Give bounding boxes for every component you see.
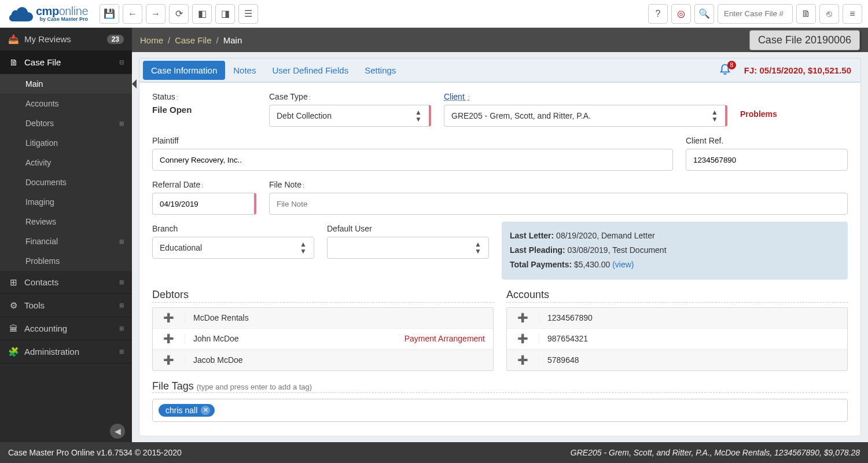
branch-label: Branch (152, 224, 314, 233)
table-row[interactable]: ➕ Jacob McDoe (153, 350, 493, 370)
add-icon[interactable]: ➕ (153, 313, 185, 323)
debtors-title: Debtors (152, 289, 494, 301)
file-tags-hint: (type and press enter to add a tag) (197, 383, 312, 391)
tab-user-defined-fields[interactable]: User Defined Fields (264, 61, 356, 80)
add-icon[interactable]: ➕ (507, 333, 539, 344)
crumb-main: Main (223, 35, 242, 45)
sidebar-sub-activity[interactable]: Activity (0, 153, 132, 172)
add-icon[interactable]: ➕ (507, 355, 539, 365)
panel-right-icon[interactable]: ◨ (215, 4, 235, 24)
filenote-label: File Note: (269, 180, 848, 189)
add-icon[interactable]: ➕ (153, 333, 185, 344)
file-icon: 🗎 (8, 57, 19, 67)
back-icon[interactable]: ← (123, 4, 142, 24)
view-payments-link[interactable]: (view) (612, 260, 634, 269)
inbox-icon: 📥 (8, 34, 19, 45)
tag-remove-icon[interactable]: ✕ (201, 406, 210, 415)
logout-icon[interactable]: ⎋ (819, 4, 839, 24)
sidebar-sub-litigation[interactable]: Litigation (0, 133, 132, 153)
sidebar-sub-main[interactable]: Main (0, 74, 132, 94)
document-icon[interactable]: 🗎 (796, 4, 816, 24)
sidebar-item-case-file[interactable]: 🗎 Case File ⊟ (0, 51, 132, 74)
tab-bar: Case Information Notes User Defined Fiel… (139, 58, 861, 82)
sidebar-collapse-button[interactable]: ◀ (110, 424, 125, 439)
sidebar-item-label: My Reviews (24, 34, 71, 44)
sidebar-sub-debtors[interactable]: Debtors⊞ (0, 113, 132, 133)
footer-version: Case Master Pro Online v1.6.7534 © 2015-… (8, 448, 182, 457)
footer-summary: GRE205 - Grem, Scott, and Ritter, P.A., … (571, 448, 860, 457)
logo-suffix: online (59, 5, 88, 17)
refresh-icon[interactable]: ⟳ (169, 4, 189, 24)
sidebar-item-administration[interactable]: 🧩 Administration ⊞ (0, 340, 132, 363)
sidebar-sub-imaging[interactable]: Imaging (0, 192, 132, 212)
forward-icon[interactable]: → (146, 4, 165, 24)
top-toolbar: cmponline by Case Master Pro 💾 ← → ⟳ ◧ ◨… (0, 0, 868, 28)
bank-icon: 🏛 (8, 324, 19, 333)
bell-icon[interactable]: 8 (715, 62, 735, 78)
table-row[interactable]: ➕ 5789648 (507, 350, 847, 370)
add-icon[interactable]: ➕ (507, 313, 539, 323)
add-icon[interactable]: ➕ (153, 355, 185, 365)
tab-notes[interactable]: Notes (225, 61, 264, 80)
debtors-table: ➕ McDoe Rentals ➕ John McDoe Payment Arr… (152, 307, 494, 371)
case-file-number-button[interactable]: Case File 20190006 (749, 30, 860, 50)
panel-left-icon[interactable]: ◧ (192, 4, 212, 24)
footer: Case Master Pro Online v1.6.7534 © 2015-… (0, 442, 868, 463)
casetype-select[interactable]: Debt Collection▲▼ (269, 105, 431, 127)
client-select[interactable]: GRE205 - Grem, Scott, and Ritter, P.A.▲▼ (444, 105, 727, 127)
sidebar-sub-financial[interactable]: Financial⊞ (0, 232, 132, 251)
expand-icon: ⊞ (119, 325, 124, 332)
save-icon[interactable]: 💾 (100, 4, 119, 24)
table-row[interactable]: ➕ John McDoe Payment Arrangement (153, 329, 493, 350)
accounts-title: Accounts (506, 289, 848, 301)
tag-chip[interactable]: chris nall ✕ (159, 404, 215, 417)
crumb-casefile[interactable]: Case File (175, 35, 211, 45)
summary-box: Last Letter: 08/19/2020, Demand Letter L… (502, 222, 848, 280)
sidebar-sub-documents[interactable]: Documents (0, 172, 132, 192)
clientref-input[interactable] (686, 149, 848, 171)
expand-icon: ⊞ (119, 120, 124, 127)
status-label: Status: (152, 92, 256, 101)
lifesaver-icon[interactable]: ◎ (671, 4, 691, 24)
sidebar-sub-reviews[interactable]: Reviews (0, 212, 132, 232)
defaultuser-select[interactable]: ▲▼ (327, 237, 489, 259)
accounts-table: ➕ 1234567890 ➕ 987654321 ➕ 5789648 (506, 307, 848, 371)
fj-summary: FJ: 05/15/2020, $10,521.50 (735, 65, 857, 75)
tab-case-information[interactable]: Case Information (143, 61, 225, 80)
crumb-home[interactable]: Home (140, 35, 163, 45)
sidebar-item-label: Case File (24, 57, 61, 67)
sidebar-item-my-reviews[interactable]: 📥 My Reviews 23 (0, 28, 132, 51)
client-label[interactable]: Client : (444, 92, 727, 101)
casetype-label: Case Type: (269, 92, 431, 101)
defaultuser-label: Default User (327, 224, 489, 233)
table-row[interactable]: ➕ 1234567890 (507, 308, 847, 329)
referral-date-input[interactable] (152, 193, 256, 215)
tags-input[interactable]: chris nall ✕ (152, 399, 848, 422)
filenote-input[interactable] (269, 193, 848, 215)
sidebar-item-label: Administration (24, 347, 79, 357)
problems-link[interactable]: Problems (740, 100, 777, 119)
help-icon[interactable]: ? (648, 4, 668, 24)
referral-label: Referral Date: (152, 180, 256, 189)
bell-badge: 8 (727, 61, 736, 69)
menu-icon[interactable]: ≡ (843, 4, 862, 24)
gear-icon: ⚙ (8, 300, 19, 311)
status-value: File Open (152, 105, 256, 115)
table-row[interactable]: ➕ McDoe Rentals (153, 308, 493, 329)
plaintiff-input[interactable] (152, 149, 673, 171)
table-row[interactable]: ➕ 987654321 (507, 329, 847, 350)
collapse-icon: ⊟ (119, 59, 124, 65)
sidebar-item-accounting[interactable]: 🏛 Accounting ⊞ (0, 317, 132, 340)
logo-brand: cmp (36, 5, 59, 17)
branch-select[interactable]: Educational▲▼ (152, 237, 314, 259)
search-icon[interactable]: 🔍 (694, 4, 714, 24)
cloud-icon (6, 5, 34, 23)
list-icon[interactable]: ☰ (238, 4, 258, 24)
sidebar-sub-accounts[interactable]: Accounts (0, 94, 132, 113)
sidebar-item-contacts[interactable]: ⊞ Contacts ⊞ (0, 271, 132, 294)
debtor-note: Payment Arrangement (404, 334, 493, 343)
case-search-input[interactable] (718, 4, 793, 24)
tab-settings[interactable]: Settings (356, 61, 404, 80)
sidebar-item-tools[interactable]: ⚙ Tools ⊞ (0, 294, 132, 317)
sidebar-sub-problems[interactable]: Problems (0, 251, 132, 271)
